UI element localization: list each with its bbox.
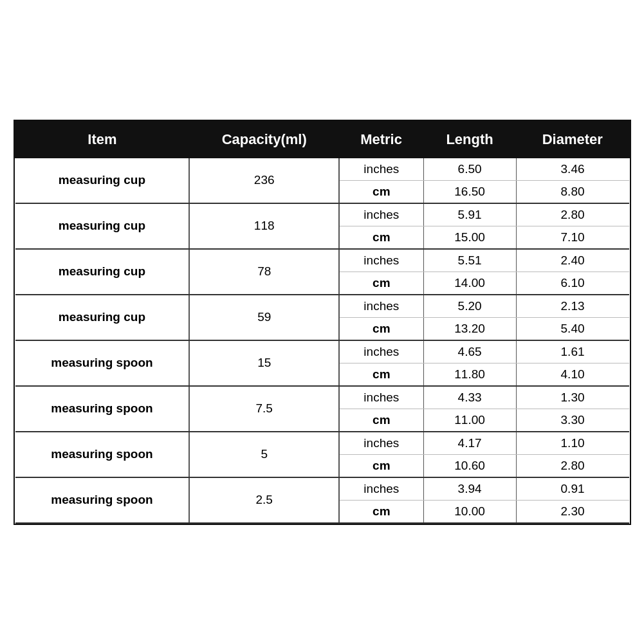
header-item: Item bbox=[15, 122, 190, 158]
table-row: measuring cup78inches5.512.40 bbox=[15, 249, 629, 272]
item-cell: measuring spoon bbox=[15, 477, 190, 523]
length-cell: 14.00 bbox=[423, 271, 516, 295]
metric-cell: inches bbox=[339, 203, 423, 226]
header-diameter: Diameter bbox=[516, 122, 629, 158]
diameter-cell: 3.46 bbox=[516, 158, 629, 181]
table-row: measuring cup118inches5.912.80 bbox=[15, 203, 629, 226]
metric-cell: cm bbox=[339, 363, 423, 386]
diameter-cell: 2.30 bbox=[516, 500, 629, 523]
metric-cell: cm bbox=[339, 317, 423, 340]
diameter-cell: 8.80 bbox=[516, 180, 629, 203]
length-cell: 11.80 bbox=[423, 363, 516, 386]
diameter-cell: 2.80 bbox=[516, 454, 629, 477]
item-cell: measuring cup bbox=[15, 249, 190, 295]
diameter-cell: 2.40 bbox=[516, 249, 629, 272]
capacity-cell: 118 bbox=[189, 203, 339, 249]
diameter-cell: 2.80 bbox=[516, 203, 629, 226]
measurements-table: Item Capacity(ml) Metric Length Diameter… bbox=[15, 121, 630, 524]
metric-cell: inches bbox=[339, 477, 423, 501]
table-body: measuring cup236inches6.503.46cm16.508.8… bbox=[15, 158, 629, 523]
diameter-cell: 1.30 bbox=[516, 386, 629, 409]
table-row: measuring spoon15inches4.651.61 bbox=[15, 340, 629, 363]
capacity-cell: 5 bbox=[189, 432, 339, 477]
header-row: Item Capacity(ml) Metric Length Diameter bbox=[15, 122, 629, 158]
diameter-cell: 4.10 bbox=[516, 363, 629, 386]
length-cell: 11.00 bbox=[423, 409, 516, 432]
main-table-container: Item Capacity(ml) Metric Length Diameter… bbox=[14, 120, 631, 525]
metric-cell: cm bbox=[339, 454, 423, 477]
item-cell: measuring spoon bbox=[15, 340, 190, 386]
metric-cell: inches bbox=[339, 432, 423, 455]
length-cell: 15.00 bbox=[423, 226, 516, 249]
metric-cell: inches bbox=[339, 295, 423, 318]
capacity-cell: 2.5 bbox=[189, 477, 339, 523]
length-cell: 4.65 bbox=[423, 340, 516, 363]
metric-cell: cm bbox=[339, 226, 423, 249]
item-cell: measuring spoon bbox=[15, 432, 190, 477]
length-cell: 4.17 bbox=[423, 432, 516, 455]
table-row: measuring cup59inches5.202.13 bbox=[15, 295, 629, 318]
length-cell: 6.50 bbox=[423, 158, 516, 181]
diameter-cell: 6.10 bbox=[516, 271, 629, 295]
capacity-cell: 236 bbox=[189, 158, 339, 203]
length-cell: 4.33 bbox=[423, 386, 516, 409]
capacity-cell: 7.5 bbox=[189, 386, 339, 432]
metric-cell: cm bbox=[339, 409, 423, 432]
diameter-cell: 1.61 bbox=[516, 340, 629, 363]
item-cell: measuring cup bbox=[15, 158, 190, 203]
item-cell: measuring cup bbox=[15, 295, 190, 340]
table-row: measuring cup236inches6.503.46 bbox=[15, 158, 629, 181]
length-cell: 10.60 bbox=[423, 454, 516, 477]
table-row: measuring spoon5inches4.171.10 bbox=[15, 432, 629, 455]
diameter-cell: 7.10 bbox=[516, 226, 629, 249]
diameter-cell: 0.91 bbox=[516, 477, 629, 501]
length-cell: 5.20 bbox=[423, 295, 516, 318]
metric-cell: cm bbox=[339, 500, 423, 523]
item-cell: measuring cup bbox=[15, 203, 190, 249]
capacity-cell: 78 bbox=[189, 249, 339, 295]
metric-cell: inches bbox=[339, 340, 423, 363]
length-cell: 13.20 bbox=[423, 317, 516, 340]
metric-cell: inches bbox=[339, 249, 423, 272]
length-cell: 10.00 bbox=[423, 500, 516, 523]
item-cell: measuring spoon bbox=[15, 386, 190, 432]
capacity-cell: 59 bbox=[189, 295, 339, 340]
diameter-cell: 1.10 bbox=[516, 432, 629, 455]
length-cell: 16.50 bbox=[423, 180, 516, 203]
diameter-cell: 2.13 bbox=[516, 295, 629, 318]
metric-cell: cm bbox=[339, 271, 423, 295]
metric-cell: inches bbox=[339, 386, 423, 409]
length-cell: 5.51 bbox=[423, 249, 516, 272]
length-cell: 5.91 bbox=[423, 203, 516, 226]
metric-cell: inches bbox=[339, 158, 423, 181]
diameter-cell: 3.30 bbox=[516, 409, 629, 432]
header-capacity: Capacity(ml) bbox=[189, 122, 339, 158]
table-row: measuring spoon2.5inches3.940.91 bbox=[15, 477, 629, 501]
metric-cell: cm bbox=[339, 180, 423, 203]
header-length: Length bbox=[423, 122, 516, 158]
header-metric: Metric bbox=[339, 122, 423, 158]
table-row: measuring spoon7.5inches4.331.30 bbox=[15, 386, 629, 409]
diameter-cell: 5.40 bbox=[516, 317, 629, 340]
capacity-cell: 15 bbox=[189, 340, 339, 386]
length-cell: 3.94 bbox=[423, 477, 516, 501]
